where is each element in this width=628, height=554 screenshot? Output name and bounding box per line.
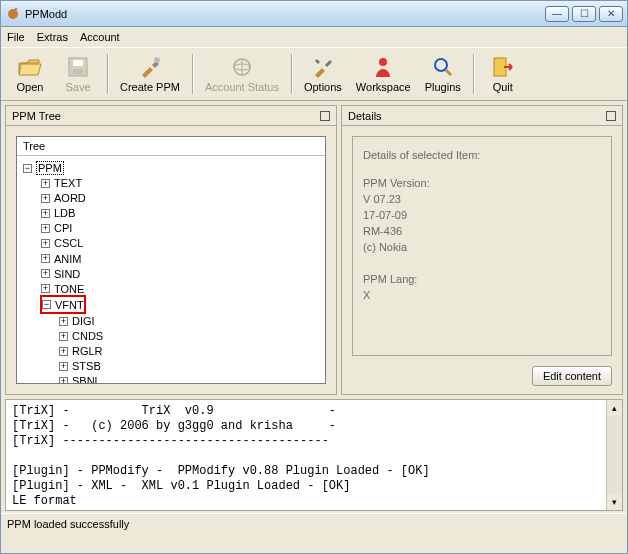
details-line: 17-07-09	[363, 207, 601, 223]
expand-icon[interactable]: +	[59, 332, 68, 341]
plugins-label: Plugins	[425, 81, 461, 93]
collapse-icon[interactable]: −	[42, 300, 51, 309]
minimize-button[interactable]: —	[545, 6, 569, 22]
tree-node-label: PPM	[36, 161, 64, 175]
workspace-button[interactable]: Workspace	[350, 50, 417, 98]
tree-node-label: CNDS	[72, 330, 103, 342]
quit-button[interactable]: Quit	[480, 50, 526, 98]
tree-header: Tree	[17, 137, 325, 156]
tree-node[interactable]: +LDB	[41, 205, 321, 220]
expand-icon[interactable]: +	[59, 347, 68, 356]
details-line: RM-436	[363, 223, 601, 239]
tree-node[interactable]: +CPI	[41, 220, 321, 235]
statusbar: PPM loaded successfully	[1, 513, 627, 533]
tree-node-label: CPI	[54, 222, 72, 234]
tree-node[interactable]: +TONE	[41, 281, 321, 296]
log-panel[interactable]: [TriX] - TriX v0.9 - [TriX] - (c) 2006 b…	[5, 399, 623, 511]
dock-icon[interactable]	[320, 111, 330, 121]
expand-icon[interactable]: +	[59, 317, 68, 326]
tree-node-label: SIND	[54, 268, 80, 280]
expand-icon[interactable]: +	[41, 179, 50, 188]
expand-icon[interactable]: +	[41, 239, 50, 248]
account-status-label: Account Status	[205, 81, 279, 93]
tree-node-label: RGLR	[72, 345, 103, 357]
tree-node-label: ANIM	[54, 253, 82, 265]
toolbar-separator	[192, 54, 193, 94]
tree-node[interactable]: +ANIM	[41, 251, 321, 266]
tree-node[interactable]: −VFNT	[41, 296, 321, 313]
tree-node[interactable]: +AORD	[41, 190, 321, 205]
tree-node-label: VFNT	[55, 299, 84, 311]
details-line	[363, 255, 601, 271]
details-body: Details of selected Item: PPM Version:V …	[352, 136, 612, 356]
wrench-icon	[311, 55, 335, 79]
svg-point-8	[379, 58, 387, 66]
save-label: Save	[65, 81, 90, 93]
options-button[interactable]: Options	[298, 50, 348, 98]
tree-node[interactable]: +DIGI	[59, 313, 321, 328]
options-label: Options	[304, 81, 342, 93]
svg-point-5	[154, 57, 160, 63]
toolbar-separator	[473, 54, 474, 94]
scroll-down-icon[interactable]: ▾	[607, 494, 622, 510]
open-button[interactable]: Open	[7, 50, 53, 98]
plugins-button[interactable]: Plugins	[419, 50, 467, 98]
tree-node[interactable]: +SBNL	[59, 373, 321, 383]
tree-node-label: TONE	[54, 283, 84, 295]
tree-node-label: TEXT	[54, 177, 82, 189]
edit-content-button[interactable]: Edit content	[532, 366, 612, 386]
toolbar: Open Save Create PPM Account Status Opti…	[1, 47, 627, 101]
details-line: (c) Nokia	[363, 239, 601, 255]
svg-point-0	[8, 9, 18, 19]
open-label: Open	[17, 81, 44, 93]
expand-icon[interactable]: +	[41, 269, 50, 278]
tree-node-label: AORD	[54, 192, 86, 204]
tree-node[interactable]: +CSCL	[41, 235, 321, 250]
details-panel: Details Details of selected Item: PPM Ve…	[341, 105, 623, 395]
tree-node[interactable]: −PPM	[23, 160, 321, 175]
expand-icon[interactable]: +	[41, 284, 50, 293]
expand-icon[interactable]: +	[59, 362, 68, 371]
expand-icon[interactable]: +	[41, 254, 50, 263]
workspace-label: Workspace	[356, 81, 411, 93]
ppm-tree-title: PPM Tree	[12, 110, 61, 122]
tools-icon	[138, 55, 162, 79]
globe-icon	[230, 55, 254, 79]
details-line: PPM Version:	[363, 175, 601, 191]
save-button[interactable]: Save	[55, 50, 101, 98]
menu-extras[interactable]: Extras	[37, 31, 68, 43]
folder-open-icon	[18, 55, 42, 79]
dock-icon[interactable]	[606, 111, 616, 121]
close-button[interactable]: ✕	[599, 6, 623, 22]
scroll-up-icon[interactable]: ▴	[607, 400, 622, 416]
menu-account[interactable]: Account	[80, 31, 120, 43]
exit-icon	[491, 55, 515, 79]
log-text: [TriX] - TriX v0.9 - [TriX] - (c) 2006 b…	[6, 400, 622, 511]
tree-node[interactable]: +SIND	[41, 266, 321, 281]
tree-view[interactable]: −PPM+TEXT+AORD+LDB+CPI+CSCL+ANIM+SIND+TO…	[17, 156, 325, 383]
save-icon	[66, 55, 90, 79]
tree-node-label: DIGI	[72, 315, 95, 327]
tree-node[interactable]: +TEXT	[41, 175, 321, 190]
maximize-button[interactable]: ☐	[572, 6, 596, 22]
collapse-icon[interactable]: −	[23, 164, 32, 173]
tree-node[interactable]: +CNDS	[59, 328, 321, 343]
expand-icon[interactable]: +	[41, 209, 50, 218]
ppm-tree-panel: PPM Tree Tree −PPM+TEXT+AORD+LDB+CPI+CSC…	[5, 105, 337, 395]
details-line: X	[363, 287, 601, 303]
tree-node-label: SBNL	[72, 375, 101, 383]
expand-icon[interactable]: +	[41, 194, 50, 203]
tree-node-label: STSB	[72, 360, 101, 372]
expand-icon[interactable]: +	[59, 377, 68, 383]
account-status-button[interactable]: Account Status	[199, 50, 285, 98]
quit-label: Quit	[493, 81, 513, 93]
scrollbar-vertical[interactable]: ▴ ▾	[606, 400, 622, 510]
create-ppm-button[interactable]: Create PPM	[114, 50, 186, 98]
tree-node[interactable]: +STSB	[59, 358, 321, 373]
menu-file[interactable]: File	[7, 31, 25, 43]
menubar: File Extras Account	[1, 27, 627, 47]
tree-node[interactable]: +RGLR	[59, 343, 321, 358]
person-icon	[371, 55, 395, 79]
window-title: PPModd	[25, 8, 542, 20]
expand-icon[interactable]: +	[41, 224, 50, 233]
